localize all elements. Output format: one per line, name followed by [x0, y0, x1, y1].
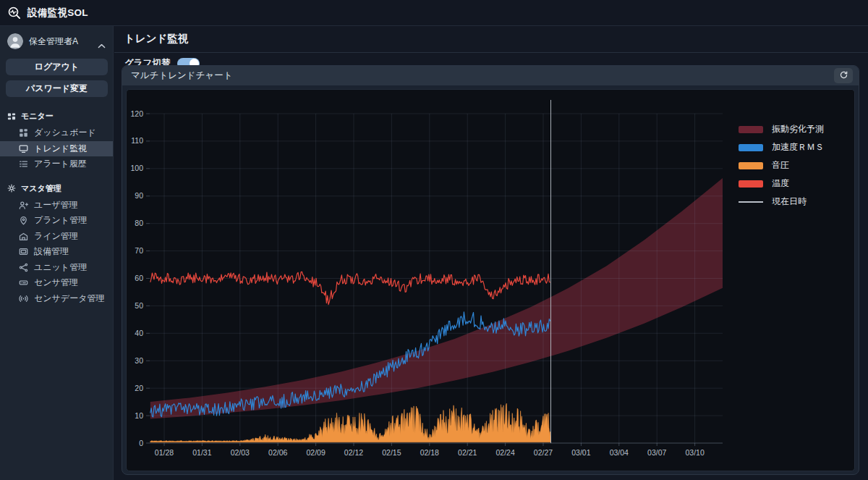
legend-label: 温度 — [772, 177, 789, 190]
svg-text:02/03: 02/03 — [231, 448, 250, 457]
user-name: 保全管理者A — [29, 35, 98, 48]
sidebar-item[interactable]: 設備管理 — [0, 244, 113, 260]
nav-section-header: モニター — [0, 108, 113, 125]
sidebar-item[interactable]: アラート履歴 — [0, 156, 113, 172]
sidebar-item-label: トレンド監視 — [34, 143, 87, 155]
sidebar-item[interactable]: ダッシュボード — [0, 125, 113, 141]
sidebar-item[interactable]: ユーザ管理 — [0, 198, 113, 214]
sidebar-nav: モニターダッシュボードトレンド監視アラート履歴マスタ管理ユーザ管理プラント管理ラ… — [0, 108, 113, 306]
legend-swatch — [739, 180, 763, 188]
nav-section-label: モニター — [21, 111, 54, 122]
sidebar-item[interactable]: トレンド監視 — [0, 141, 113, 157]
top-bar: 設備監視SOL — [0, 0, 868, 26]
nav-section: モニターダッシュボードトレンド監視アラート履歴 — [0, 108, 113, 172]
monitor-section-icon — [7, 112, 21, 121]
legend-swatch — [739, 126, 763, 133]
svg-text:01/28: 01/28 — [155, 448, 174, 457]
unit-share-icon — [19, 263, 34, 272]
nav-section: マスタ管理ユーザ管理プラント管理ライン管理設備管理ユニット管理センサ管理センサデ… — [0, 180, 113, 307]
plant-pin-icon — [19, 216, 34, 225]
svg-text:03/01: 03/01 — [571, 448, 590, 457]
svg-text:0: 0 — [139, 439, 143, 447]
nav-section-header: マスタ管理 — [0, 180, 113, 198]
legend-item[interactable]: 温度 — [739, 174, 824, 193]
svg-text:02/06: 02/06 — [268, 448, 287, 457]
svg-text:02/15: 02/15 — [382, 448, 401, 457]
legend-label: 現在日時 — [772, 195, 807, 208]
main-content: トレンド監視 グラフ切替 マルチトレンドチャート 010203040506070… — [114, 26, 868, 480]
svg-text:01/31: 01/31 — [192, 448, 211, 457]
sidebar-item-label: 設備管理 — [34, 245, 69, 258]
panel-header: マルチトレンドチャート — [122, 66, 859, 85]
sidebar-item-label: ダッシュボード — [34, 127, 96, 139]
svg-text:02/21: 02/21 — [458, 448, 477, 457]
svg-text:100: 100 — [130, 164, 143, 172]
legend-label: 音圧 — [772, 159, 789, 172]
legend-label: 加速度ＲＭＳ — [772, 141, 824, 153]
legend-item[interactable]: 現在日時 — [739, 193, 824, 211]
svg-text:03/10: 03/10 — [685, 448, 704, 457]
change-password-button[interactable]: パスワード変更 — [6, 80, 108, 97]
refresh-icon — [839, 70, 848, 82]
dashboard-icon — [19, 128, 34, 138]
avatar — [7, 33, 23, 49]
gear-icon — [7, 184, 21, 193]
trend-monitor-icon — [19, 144, 34, 153]
svg-text:20: 20 — [135, 384, 143, 392]
app-logo-icon — [7, 6, 22, 20]
sensor-icon — [19, 278, 34, 287]
alert-history-icon — [19, 159, 34, 169]
page-title: トレンド監視 — [114, 26, 868, 53]
legend-item[interactable]: 音圧 — [739, 156, 824, 174]
sidebar-item-label: センサ管理 — [34, 277, 78, 289]
chevron-up-icon — [98, 38, 106, 44]
svg-text:03/04: 03/04 — [610, 448, 629, 457]
sidebar-item[interactable]: ライン管理 — [0, 229, 113, 245]
chart-legend: 振動劣化予測加速度ＲＭＳ音圧温度現在日時 — [739, 120, 824, 211]
svg-text:80: 80 — [135, 219, 143, 227]
svg-text:02/09: 02/09 — [306, 448, 325, 457]
sidebar-item-label: ユーザ管理 — [34, 199, 78, 211]
sidebar: 保全管理者A ログアウト パスワード変更 モニターダッシュボードトレンド監視アラ… — [0, 26, 114, 480]
svg-text:02/27: 02/27 — [534, 448, 553, 457]
svg-text:02/24: 02/24 — [495, 448, 514, 457]
refresh-button[interactable] — [834, 68, 853, 83]
svg-text:02/18: 02/18 — [420, 448, 439, 457]
svg-text:30: 30 — [135, 356, 143, 365]
svg-text:60: 60 — [135, 274, 143, 282]
multi-trend-chart-panel: マルチトレンドチャート 0102030405060708090100110120… — [122, 65, 859, 475]
svg-text:90: 90 — [135, 191, 143, 200]
line-factory-icon — [19, 232, 34, 241]
legend-swatch — [739, 162, 763, 169]
sidebar-item-label: プラント管理 — [34, 214, 87, 227]
svg-text:110: 110 — [131, 136, 143, 145]
user-menu[interactable]: 保全管理者A — [0, 26, 113, 54]
series-vibration-prediction-band — [150, 178, 723, 418]
legend-item[interactable]: 振動劣化予測 — [739, 120, 824, 138]
svg-text:02/12: 02/12 — [344, 448, 363, 457]
svg-text:120: 120 — [130, 109, 143, 118]
legend-item[interactable]: 加速度ＲＭＳ — [739, 138, 824, 156]
svg-text:10: 10 — [135, 411, 143, 420]
trend-chart: 010203040506070809010011012001/2801/3102… — [126, 89, 855, 471]
legend-line-swatch — [739, 201, 763, 203]
sidebar-item-label: ライン管理 — [34, 230, 78, 243]
sidebar-item[interactable]: プラント管理 — [0, 213, 113, 229]
svg-text:40: 40 — [135, 329, 143, 337]
svg-text:03/07: 03/07 — [647, 448, 666, 457]
sidebar-item-label: アラート履歴 — [34, 158, 87, 170]
logout-button[interactable]: ログアウト — [6, 59, 108, 75]
legend-label: 振動劣化予測 — [772, 123, 824, 135]
series-temperature-line — [150, 271, 550, 304]
nav-section-label: マスタ管理 — [21, 183, 61, 194]
sensor-data-icon — [19, 294, 34, 303]
sidebar-item-label: センサデータ管理 — [34, 292, 104, 305]
sidebar-item[interactable]: センサデータ管理 — [0, 291, 113, 307]
sidebar-item[interactable]: ユニット管理 — [0, 260, 113, 276]
svg-text:50: 50 — [135, 301, 143, 310]
svg-text:70: 70 — [135, 246, 143, 255]
equipment-icon — [19, 247, 34, 256]
sidebar-item[interactable]: センサ管理 — [0, 275, 113, 291]
legend-swatch — [739, 144, 763, 151]
sidebar-item-label: ユニット管理 — [34, 261, 87, 274]
